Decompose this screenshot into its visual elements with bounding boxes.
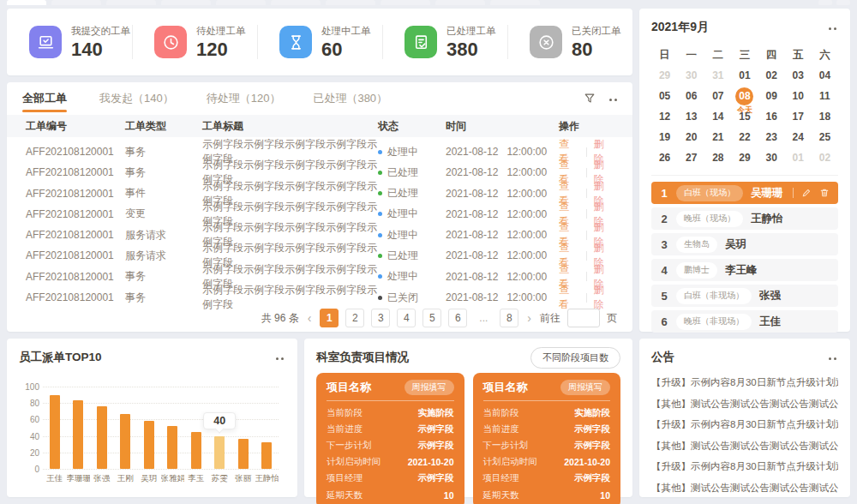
- filter-icon[interactable]: [584, 93, 596, 105]
- more-icon[interactable]: [608, 93, 619, 105]
- calendar-day[interactable]: 17: [785, 106, 812, 127]
- schedule-row[interactable]: 2 晚班（现场） 王静怡: [651, 207, 838, 230]
- view-link[interactable]: 查看: [559, 283, 579, 312]
- bar-slot[interactable]: [43, 387, 67, 469]
- calendar-day[interactable]: 19: [651, 127, 678, 147]
- calendar-day[interactable]: 13: [678, 106, 704, 127]
- page-button[interactable]: 5: [423, 309, 441, 327]
- browser-tab[interactable]: [216, 0, 266, 5]
- workorder-tab[interactable]: 已处理（380）: [313, 82, 387, 115]
- browser-tab[interactable]: [161, 0, 211, 5]
- calendar-day[interactable]: 23: [758, 127, 785, 147]
- calendar-day[interactable]: 30: [758, 147, 785, 168]
- bar[interactable]: [261, 442, 272, 469]
- more-icon[interactable]: [827, 22, 838, 33]
- calendar-day[interactable]: 10: [785, 86, 812, 106]
- announcement-item[interactable]: 【升级】示例内容8月30日新节点升级计划通知: [651, 414, 838, 435]
- bar[interactable]: [97, 406, 107, 469]
- more-icon[interactable]: [827, 352, 838, 363]
- browser-tab[interactable]: [271, 0, 321, 5]
- page-button[interactable]: 2: [345, 309, 364, 327]
- bar[interactable]: [73, 400, 83, 469]
- calendar-day[interactable]: 29: [731, 147, 758, 168]
- bar-slot[interactable]: [67, 387, 91, 469]
- calendar-day[interactable]: 15: [731, 106, 758, 127]
- calendar-day[interactable]: 04: [812, 65, 838, 86]
- calendar-day[interactable]: 24: [785, 127, 812, 147]
- calendar-day[interactable]: 11: [812, 86, 838, 106]
- calendar-day[interactable]: 03: [785, 65, 812, 86]
- browser-tab[interactable]: [106, 0, 156, 5]
- browser-tab[interactable]: [435, 0, 485, 5]
- browser-tab[interactable]: [51, 0, 101, 5]
- calendar-day[interactable]: 18: [812, 106, 838, 127]
- page-button[interactable]: ...: [474, 309, 493, 327]
- bar[interactable]: [120, 414, 130, 469]
- schedule-row[interactable]: 1 白班（现场） 吴珊珊: [651, 182, 838, 204]
- calendar-day[interactable]: 30: [678, 65, 704, 86]
- calendar-day[interactable]: 08 今天: [731, 86, 758, 106]
- schedule-row[interactable]: 6 晚班（非现场） 王佳: [651, 310, 838, 333]
- delete-link[interactable]: 删除: [594, 283, 614, 312]
- calendar-day[interactable]: 09: [758, 86, 785, 106]
- project-card[interactable]: 项目名称 周报填写 当前阶段 实施阶段 当前进度 示例字段: [316, 373, 464, 504]
- browser-tab[interactable]: [381, 0, 430, 5]
- calendar-day[interactable]: 21: [704, 127, 731, 147]
- bar[interactable]: [214, 436, 225, 469]
- bar-slot[interactable]: [255, 387, 279, 469]
- announcement-item[interactable]: 【升级】示例内容8月30日新节点升级计划通知: [651, 456, 838, 477]
- calendar-day[interactable]: 02: [812, 147, 838, 168]
- calendar-day[interactable]: 01: [731, 65, 758, 86]
- page-button[interactable]: 8: [500, 309, 518, 327]
- browser-tab-active[interactable]: [7, 0, 46, 5]
- schedule-row[interactable]: 5 白班（非现场） 张强: [651, 285, 838, 307]
- calendar-day[interactable]: 25: [812, 127, 838, 147]
- calendar-day[interactable]: 20: [678, 127, 704, 147]
- next-page-icon[interactable]: ›: [525, 311, 533, 325]
- calendar-day[interactable]: 02: [758, 65, 785, 86]
- browser-tab[interactable]: [326, 0, 375, 5]
- window-control[interactable]: [836, 0, 850, 5]
- calendar-day[interactable]: 27: [678, 147, 704, 168]
- project-card[interactable]: 项目名称 周报填写 当前阶段 实施阶段 当前进度 示例字段: [473, 373, 621, 504]
- trash-icon[interactable]: [819, 188, 830, 198]
- announcement-item[interactable]: 【其他】测试公告测试公告测试公告测试公告测试公告: [651, 477, 838, 499]
- page-jump-input[interactable]: [567, 309, 600, 327]
- more-icon[interactable]: [274, 352, 285, 363]
- bar[interactable]: [144, 421, 154, 469]
- calendar-day[interactable]: 14: [704, 106, 731, 127]
- page-button[interactable]: 3: [371, 309, 390, 327]
- workorder-tab[interactable]: 我发起（140）: [99, 82, 174, 115]
- workorder-tab[interactable]: 待处理（120）: [207, 82, 281, 115]
- bar-slot[interactable]: [161, 387, 185, 469]
- bar-slot[interactable]: [90, 387, 114, 469]
- calendar-day[interactable]: 06: [678, 86, 704, 106]
- schedule-row[interactable]: 4 鹏博士 李王峰: [651, 259, 838, 281]
- calendar-day[interactable]: 12: [651, 106, 678, 127]
- weekly-report-badge[interactable]: 周报填写: [560, 380, 610, 395]
- calendar-day[interactable]: 07: [704, 86, 731, 106]
- announcement-item[interactable]: 【其他】测试公告测试公告测试公告测试公告测试公告: [651, 393, 838, 415]
- browser-tab[interactable]: [490, 0, 540, 5]
- calendar-day[interactable]: 16: [758, 106, 785, 127]
- page-button[interactable]: 6: [448, 309, 467, 327]
- page-button[interactable]: 1: [320, 309, 339, 327]
- workorder-tab[interactable]: 全部工单: [22, 82, 67, 115]
- prev-page-icon[interactable]: ‹: [306, 311, 314, 325]
- edit-icon[interactable]: [801, 188, 812, 198]
- calendar-day[interactable]: 01: [785, 147, 812, 168]
- stage-count-button[interactable]: 不同阶段项目数: [530, 347, 620, 369]
- weekly-report-badge[interactable]: 周报填写: [405, 380, 454, 395]
- calendar-day[interactable]: 28: [704, 147, 731, 168]
- bar-slot[interactable]: [137, 387, 161, 469]
- schedule-row[interactable]: 3 生物岛 吴玥: [651, 233, 838, 255]
- calendar-day[interactable]: 05: [651, 86, 678, 106]
- announcement-item[interactable]: 【升级】示例内容8月30日新节点升级计划通知: [651, 372, 838, 393]
- bar-slot[interactable]: [114, 387, 138, 469]
- window-control[interactable]: [818, 0, 832, 5]
- calendar-day[interactable]: 31: [704, 65, 731, 86]
- bar[interactable]: [167, 426, 177, 469]
- calendar-day[interactable]: 29: [651, 65, 678, 86]
- page-button[interactable]: 4: [397, 309, 416, 327]
- bar[interactable]: [238, 439, 249, 469]
